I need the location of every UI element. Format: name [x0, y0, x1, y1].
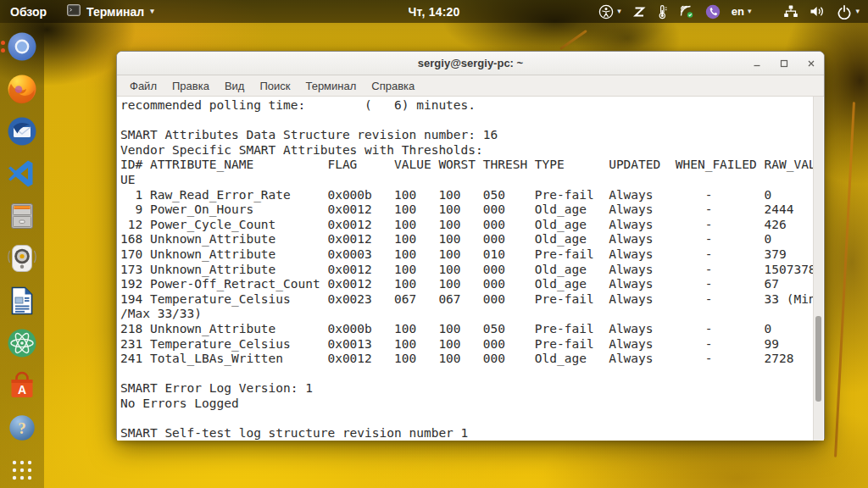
chromium-icon — [6, 30, 38, 63]
dock-item-ubuntu-software[interactable]: A — [5, 369, 39, 402]
dock-item-firefox[interactable] — [5, 73, 39, 105]
firefox-icon — [6, 73, 38, 105]
z-indicator[interactable] — [632, 5, 646, 19]
running-indicator-dots — [1, 41, 5, 53]
network-signal-indicator[interactable] — [679, 4, 694, 19]
terminal-icon — [67, 4, 81, 19]
window-title: sergiy@sergiy-pc: ~ — [117, 57, 824, 69]
menu-file[interactable]: Файл — [122, 78, 164, 94]
activities-button[interactable]: Обзор — [0, 5, 55, 19]
volume-indicator[interactable] — [810, 4, 826, 19]
chevron-down-icon: ▾ — [748, 8, 752, 15]
dock-item-speaker-media[interactable] — [5, 242, 39, 274]
dock-item-chromium[interactable] — [5, 30, 39, 63]
wired-network-indicator[interactable] — [783, 4, 798, 19]
temperature-indicator[interactable] — [657, 4, 668, 19]
software-a-glyph: A — [18, 383, 26, 396]
thermometer-icon — [657, 4, 668, 19]
menu-edit[interactable]: Правка — [164, 78, 217, 94]
window-titlebar[interactable]: sergiy@sergiy-pc: ~ — [117, 52, 824, 75]
help-question-glyph: ? — [18, 419, 25, 437]
speaker-icon — [810, 4, 826, 19]
show-applications-icon — [9, 458, 35, 483]
dock-item-vscode[interactable] — [5, 158, 39, 190]
terminal-output[interactable]: recommended polling time: ( 6) minutes. … — [117, 97, 824, 441]
speaker-app-icon — [6, 242, 38, 274]
focused-app-label: Терминал — [86, 5, 144, 19]
close-icon — [806, 58, 816, 69]
maximize-icon — [779, 58, 789, 69]
menu-search[interactable]: Поиск — [252, 78, 298, 94]
clock[interactable]: Чт, 14:20 — [408, 5, 459, 19]
vscode-icon — [6, 158, 38, 190]
window-controls — [749, 52, 819, 75]
menu-terminal[interactable]: Терминал — [298, 78, 364, 94]
dock: A ? — [0, 23, 44, 488]
terminal-window: sergiy@sergiy-pc: ~ Файл Правка Вид Поис… — [116, 51, 825, 440]
keyboard-layout-menu[interactable]: en ▾ — [732, 5, 752, 18]
keyboard-layout-label: en — [732, 5, 744, 18]
libreoffice-writer-icon — [6, 285, 38, 317]
viber-indicator[interactable] — [705, 4, 721, 19]
accessibility-icon — [598, 4, 614, 19]
help-icon: ? — [7, 413, 37, 443]
minimize-icon — [752, 58, 762, 69]
dock-item-help[interactable]: ? — [5, 412, 39, 444]
chevron-down-icon: ▾ — [617, 8, 621, 15]
terminal-menubar: Файл Правка Вид Поиск Терминал Справка — [117, 75, 824, 97]
focused-app-menu[interactable]: Терминал ▾ — [62, 4, 159, 19]
maximize-button[interactable] — [776, 56, 792, 71]
scrollbar-thumb[interactable] — [815, 316, 821, 402]
accessibility-menu[interactable]: ▾ — [598, 4, 621, 19]
power-icon — [837, 4, 852, 19]
power-menu[interactable]: ▾ — [837, 4, 860, 19]
show-applications-button[interactable] — [5, 454, 39, 486]
viber-icon — [705, 4, 721, 19]
chevron-down-icon: ▾ — [855, 8, 860, 15]
dock-item-atom[interactable] — [5, 327, 39, 359]
close-button[interactable] — [804, 56, 819, 71]
menu-view[interactable]: Вид — [217, 78, 253, 94]
dock-item-thunderbird[interactable] — [5, 115, 39, 147]
atom-icon — [6, 327, 38, 359]
scrollbar-track[interactable] — [813, 97, 823, 441]
ubuntu-software-icon: A — [6, 369, 38, 402]
menu-help[interactable]: Справка — [364, 78, 422, 94]
system-tray: ▾ — [598, 4, 868, 19]
chevron-down-icon: ▾ — [150, 8, 154, 15]
dock-item-libreoffice-writer[interactable] — [5, 285, 39, 317]
thunderbird-icon — [6, 115, 38, 147]
file-cabinet-icon — [6, 200, 38, 232]
dock-item-file-archive[interactable] — [5, 200, 39, 232]
signal-icon — [679, 4, 694, 19]
wired-network-icon — [783, 4, 798, 19]
leaf-stem — [834, 102, 855, 458]
leaf-stem — [559, 30, 587, 50]
top-panel: Обзор Терминал ▾ Чт, 14:20 ▾ — [0, 0, 868, 23]
minimize-button[interactable] — [749, 56, 765, 71]
terminal-content-area[interactable]: recommended polling time: ( 6) minutes. … — [117, 97, 824, 441]
z-indicator-icon — [632, 5, 646, 19]
